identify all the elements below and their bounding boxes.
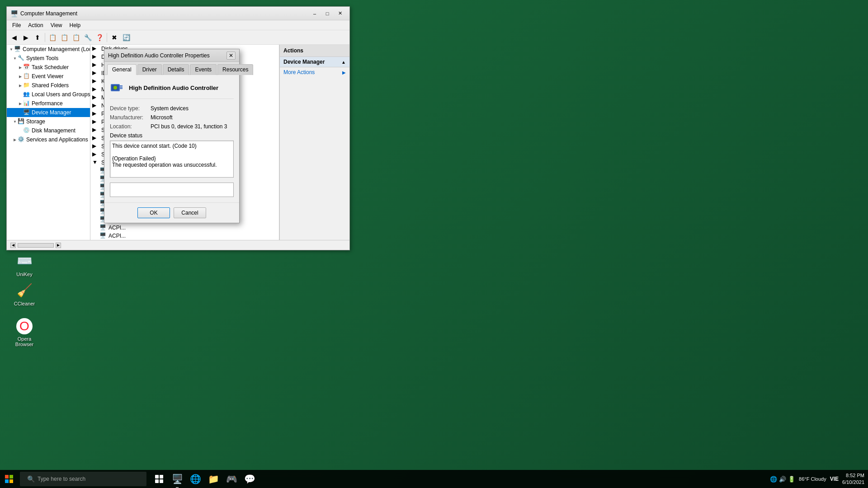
tab-events[interactable]: Events <box>190 64 217 75</box>
network-tray-icon[interactable]: 🌐 <box>770 476 777 483</box>
svg-rect-6 <box>5 475 9 479</box>
search-placeholder: Type here to search <box>38 476 85 482</box>
taskbar-app-5[interactable]: 💬 <box>241 470 259 488</box>
taskbar-task-view[interactable] <box>150 470 168 488</box>
device-extra-box <box>110 183 234 197</box>
svg-rect-5 <box>120 88 123 89</box>
svg-rect-11 <box>160 475 163 479</box>
device-type-row: Device type: System devices <box>110 105 234 112</box>
svg-rect-4 <box>120 87 123 88</box>
battery-tray-icon[interactable]: 🔋 <box>788 476 795 483</box>
dialog-tabs: General Driver Details Events Resources <box>104 62 239 75</box>
svg-rect-7 <box>9 475 13 479</box>
weather-info: 86°F Cloudy <box>799 476 826 482</box>
taskbar-right: 🌐 🔊 🔋 86°F Cloudy VIE 8:52 PM 6/10/2021 <box>770 472 868 486</box>
location-row: Location: PCI bus 0, device 31, function… <box>110 123 234 130</box>
taskbar-search[interactable]: 🔍 Type here to search <box>20 472 146 486</box>
taskbar-computer-management[interactable]: 🖥️ <box>168 470 186 488</box>
svg-rect-9 <box>9 479 13 483</box>
dialog-close-button[interactable]: ✕ <box>226 52 236 60</box>
dialog-titlebar: High Definition Audio Controller Propert… <box>104 49 239 62</box>
time-display: 8:52 PM <box>842 472 864 479</box>
date-display: 6/10/2021 <box>842 479 864 486</box>
properties-dialog: High Definition Audio Controller Propert… <box>104 49 240 223</box>
svg-rect-10 <box>155 475 159 479</box>
start-button[interactable] <box>0 470 18 488</box>
manufacturer-row: Manufacturer: Microsoft <box>110 114 234 121</box>
dialog-overlay: High Definition Audio Controller Propert… <box>0 0 868 488</box>
location-value: PCI bus 0, device 31, function 3 <box>151 123 234 130</box>
svg-rect-12 <box>155 479 159 483</box>
location-label: Location: <box>110 123 151 130</box>
device-type-value: System devices <box>151 105 234 112</box>
manufacturer-value: Microsoft <box>151 114 234 121</box>
dialog-title: High Definition Audio Controller Propert… <box>108 52 226 59</box>
tab-general[interactable]: General <box>107 64 137 75</box>
device-name: High Definition Audio Controller <box>129 84 218 91</box>
desktop: ⌨️ UniKey 🧹 CCleaner O Opera Browser 🖥️ … <box>0 0 868 488</box>
device-icon <box>110 80 124 95</box>
svg-point-2 <box>113 86 117 89</box>
taskbar-edge[interactable]: 🌐 <box>186 470 204 488</box>
device-status-label: Device status <box>110 132 234 139</box>
cancel-button[interactable]: Cancel <box>174 207 206 218</box>
svg-rect-8 <box>5 479 9 483</box>
tab-driver[interactable]: Driver <box>137 64 162 75</box>
dialog-buttons: OK Cancel <box>104 202 239 223</box>
tab-resources[interactable]: Resources <box>217 64 253 75</box>
device-status-textbox[interactable]: This device cannot start. (Code 10) {Ope… <box>110 141 234 178</box>
datetime-display[interactable]: 8:52 PM 6/10/2021 <box>842 472 864 486</box>
volume-tray-icon[interactable]: 🔊 <box>779 476 786 483</box>
system-tray-icons: 🌐 🔊 🔋 <box>770 476 795 483</box>
dialog-content: High Definition Audio Controller Device … <box>104 75 239 202</box>
taskbar-app-4[interactable]: 🎮 <box>222 470 241 488</box>
tab-details[interactable]: Details <box>163 64 189 75</box>
device-header: High Definition Audio Controller <box>110 80 234 99</box>
svg-rect-3 <box>120 85 123 86</box>
taskbar-explorer[interactable]: 📁 <box>204 470 222 488</box>
device-type-label: Device type: <box>110 105 151 112</box>
search-icon: 🔍 <box>27 475 35 483</box>
language-indicator[interactable]: VIE <box>830 476 839 482</box>
ok-button[interactable]: OK <box>137 207 170 218</box>
manufacturer-label: Manufacturer: <box>110 114 151 121</box>
taskbar: 🔍 Type here to search 🖥️ 🌐 📁 🎮 💬 🌐 🔊 🔋 8… <box>0 470 868 488</box>
svg-rect-13 <box>160 479 163 483</box>
